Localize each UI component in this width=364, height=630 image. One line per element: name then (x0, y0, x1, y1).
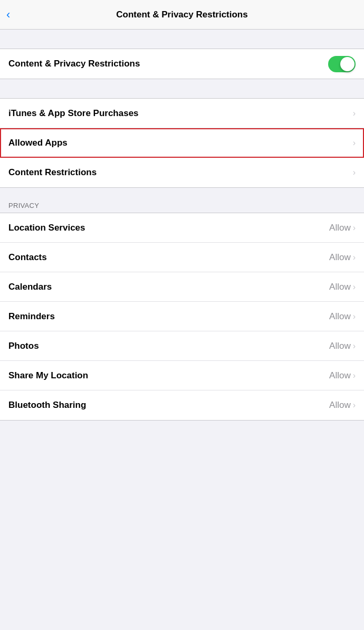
location-services-value: Allow (329, 223, 351, 233)
main-items-group: iTunes & App Store Purchases › Allowed A… (0, 98, 364, 188)
content-restrictions-right: › (353, 168, 356, 177)
allowed-apps-right: › (353, 138, 356, 148)
itunes-row[interactable]: iTunes & App Store Purchases › (0, 99, 364, 128)
toggle-group: Content & Privacy Restrictions (0, 49, 364, 79)
calendars-label: Calendars (8, 282, 52, 292)
allowed-apps-label: Allowed Apps (8, 138, 68, 148)
contacts-label: Contacts (8, 252, 47, 263)
photos-label: Photos (8, 341, 39, 351)
share-my-location-value: Allow (329, 370, 351, 381)
content-restrictions-row[interactable]: Content Restrictions › (0, 158, 364, 187)
share-my-location-label: Share My Location (8, 370, 88, 381)
content-restrictions-chevron-icon: › (353, 168, 356, 177)
reminders-value: Allow (329, 311, 351, 322)
back-button[interactable]: ‹ (6, 9, 11, 21)
share-my-location-right: Allow › (329, 370, 356, 381)
photos-row[interactable]: Photos Allow › (0, 331, 364, 361)
reminders-label: Reminders (8, 311, 55, 322)
top-spacer (0, 30, 364, 49)
contacts-value: Allow (329, 252, 351, 263)
photos-chevron-icon: › (353, 341, 356, 351)
bluetooth-sharing-right: Allow › (329, 400, 356, 411)
calendars-value: Allow (329, 282, 351, 292)
location-services-row[interactable]: Location Services Allow › (0, 213, 364, 243)
share-my-location-row[interactable]: Share My Location Allow › (0, 361, 364, 390)
content-restrictions-label: Content Restrictions (8, 167, 97, 178)
content-privacy-toggle[interactable] (328, 56, 356, 72)
calendars-row[interactable]: Calendars Allow › (0, 272, 364, 302)
location-services-right: Allow › (329, 223, 356, 233)
page-title: Content & Privacy Restrictions (116, 9, 247, 20)
back-chevron-icon: ‹ (6, 9, 10, 21)
calendars-right: Allow › (329, 282, 356, 292)
nav-bar: ‹ Content & Privacy Restrictions (0, 0, 364, 30)
share-my-location-chevron-icon: › (353, 371, 356, 380)
photos-value: Allow (329, 341, 351, 351)
location-services-label: Location Services (8, 223, 85, 233)
bluetooth-sharing-chevron-icon: › (353, 400, 356, 410)
allowed-apps-chevron-icon: › (353, 138, 356, 148)
reminders-row[interactable]: Reminders Allow › (0, 302, 364, 331)
toggle-knob (340, 57, 355, 71)
bluetooth-sharing-row[interactable]: Bluetooth Sharing Allow › (0, 390, 364, 420)
content-privacy-toggle-row[interactable]: Content & Privacy Restrictions (0, 49, 364, 79)
contacts-right: Allow › (329, 252, 356, 263)
calendars-chevron-icon: › (353, 282, 356, 292)
location-services-chevron-icon: › (353, 223, 356, 233)
allowed-apps-row[interactable]: Allowed Apps › (0, 128, 364, 158)
photos-right: Allow › (329, 341, 356, 351)
privacy-section-header: PRIVACY (0, 197, 364, 213)
spacer-1 (0, 79, 364, 98)
itunes-right: › (353, 109, 356, 118)
reminders-chevron-icon: › (353, 312, 356, 321)
bluetooth-sharing-value: Allow (329, 400, 351, 411)
itunes-label: iTunes & App Store Purchases (8, 108, 139, 119)
toggle-row-label: Content & Privacy Restrictions (8, 59, 140, 69)
itunes-chevron-icon: › (353, 109, 356, 118)
contacts-row[interactable]: Contacts Allow › (0, 243, 364, 272)
contacts-chevron-icon: › (353, 253, 356, 262)
privacy-group: Location Services Allow › Contacts Allow… (0, 213, 364, 421)
reminders-right: Allow › (329, 311, 356, 322)
spacer-2 (0, 188, 364, 197)
bluetooth-sharing-label: Bluetooth Sharing (8, 400, 86, 411)
